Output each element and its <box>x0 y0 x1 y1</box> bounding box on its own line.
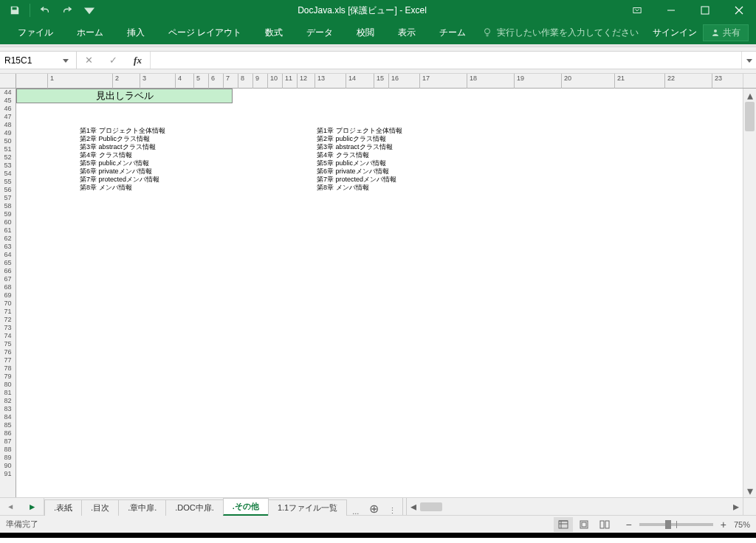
tab-review[interactable]: 校閲 <box>346 21 385 44</box>
sheet-tab[interactable]: 1.1ファイル一覧 <box>268 499 347 516</box>
row-header-cell[interactable]: 73 <box>0 324 16 332</box>
signin-link[interactable]: サインイン <box>653 27 697 39</box>
view-page-layout-icon[interactable] <box>574 517 594 532</box>
vertical-scrollbar[interactable] <box>743 102 756 484</box>
column-header-cell[interactable]: 3 <box>140 74 140 89</box>
row-header-cell[interactable]: 55 <box>0 178 16 186</box>
row-header-cell[interactable]: 57 <box>0 194 16 202</box>
row-header-cell[interactable]: 85 <box>0 421 16 429</box>
column-header-cell[interactable]: 14 <box>346 74 346 89</box>
minimize-icon[interactable] <box>654 0 688 21</box>
row-header-cell[interactable]: 50 <box>0 137 16 145</box>
row-header-cell[interactable]: 76 <box>0 348 16 356</box>
tell-me-search[interactable]: 実行したい作業を入力してください <box>482 27 639 39</box>
row-header-cell[interactable]: 87 <box>0 437 16 446</box>
redo-icon[interactable] <box>57 1 78 19</box>
row-header-cell[interactable]: 72 <box>0 316 16 324</box>
column-header-cell[interactable]: 18 <box>467 74 467 89</box>
row-header-cell[interactable]: 65 <box>0 259 16 267</box>
row-header-cell[interactable]: 74 <box>0 332 16 340</box>
row-header-cell[interactable]: 61 <box>0 226 16 235</box>
horizontal-scrollbar[interactable] <box>420 502 729 512</box>
view-page-break-icon[interactable] <box>595 517 614 532</box>
zoom-out-icon[interactable]: − <box>623 519 635 530</box>
row-header-cell[interactable]: 58 <box>0 202 16 210</box>
column-header-cell[interactable]: 12 <box>297 74 298 89</box>
row-header-cell[interactable]: 44 <box>0 89 16 97</box>
row-header-cell[interactable]: 47 <box>0 113 16 121</box>
row-header-cell[interactable]: 60 <box>0 218 16 226</box>
column-header-cell[interactable]: 22 <box>664 74 665 89</box>
row-header-cell[interactable]: 81 <box>0 389 16 397</box>
row-header-cell[interactable]: 90 <box>0 462 16 470</box>
view-normal-icon[interactable] <box>554 517 573 532</box>
column-header-cell[interactable]: 1 <box>47 74 48 89</box>
row-header-cell[interactable]: 64 <box>0 251 16 259</box>
scroll-down-icon[interactable]: ▾ <box>743 484 756 497</box>
qat-customize-icon[interactable] <box>79 1 100 19</box>
row-header-cell[interactable]: 70 <box>0 300 16 308</box>
share-button[interactable]: 共有 <box>703 24 749 41</box>
row-header-cell[interactable]: 54 <box>0 170 16 178</box>
toc-left-block[interactable]: 第1章 プロジェクト全体情報第2章 Publicクラス情報第3章 abstrac… <box>80 127 165 192</box>
zoom-slider[interactable] <box>639 523 713 526</box>
sheet-tab[interactable]: .DOC中扉. <box>165 499 224 516</box>
column-header-cell[interactable]: 2 <box>112 74 113 89</box>
row-header-cell[interactable]: 48 <box>0 121 16 129</box>
tab-team[interactable]: チーム <box>429 21 476 44</box>
row-header-cell[interactable]: 51 <box>0 145 16 153</box>
column-header[interactable]: 1234567891011121314151617181920212223 <box>16 74 743 88</box>
column-header-cell[interactable]: 16 <box>388 74 389 89</box>
column-header-cell[interactable]: 11 <box>282 74 283 89</box>
column-header-cell[interactable]: 6 <box>208 74 209 89</box>
tab-data[interactable]: データ <box>296 21 343 44</box>
formula-enter-icon[interactable]: ✓ <box>105 55 122 66</box>
row-header-cell[interactable]: 53 <box>0 162 16 170</box>
column-header-cell[interactable]: 10 <box>267 74 268 89</box>
tab-formulas[interactable]: 数式 <box>255 21 293 44</box>
sheet-nav-next-icon[interactable]: ► <box>28 502 37 512</box>
column-header-cell[interactable]: 17 <box>419 74 420 89</box>
formula-cancel-icon[interactable]: ✕ <box>80 55 97 66</box>
close-icon[interactable] <box>722 0 756 21</box>
select-all-corner[interactable] <box>0 74 16 88</box>
save-icon[interactable] <box>4 1 25 19</box>
row-header-cell[interactable]: 89 <box>0 454 16 462</box>
name-box[interactable]: R15C1 <box>0 52 77 69</box>
row-header-cell[interactable]: 56 <box>0 186 16 194</box>
row-header-cell[interactable]: 67 <box>0 275 16 283</box>
row-header-cell[interactable]: 83 <box>0 405 16 413</box>
sheet-tab[interactable]: .表紙 <box>44 499 82 516</box>
name-box-dropdown-icon[interactable] <box>60 58 72 63</box>
row-header-cell[interactable]: 77 <box>0 356 16 364</box>
vertical-scroll-thumb[interactable] <box>745 102 755 131</box>
tab-view[interactable]: 表示 <box>388 21 426 44</box>
sheet-tab[interactable]: .章中扉. <box>118 499 166 516</box>
new-sheet-icon[interactable]: ⊕ <box>365 502 382 516</box>
column-header-cell[interactable]: 20 <box>561 74 562 89</box>
maximize-icon[interactable] <box>688 0 722 21</box>
column-header-cell[interactable]: 23 <box>712 74 712 89</box>
column-header-cell[interactable]: 8 <box>238 74 238 89</box>
horizontal-scroll-thumb[interactable] <box>420 502 442 511</box>
sheet-tabs-more[interactable]: ... <box>346 507 365 516</box>
row-header[interactable]: 4445464748495051525354555657585960616263… <box>0 89 16 497</box>
zoom-in-icon[interactable]: + <box>718 519 729 530</box>
worksheet-grid[interactable]: 見出しラベル 第1章 プロジェクト全体情報第2章 Publicクラス情報第3章 … <box>16 89 743 497</box>
row-header-cell[interactable]: 80 <box>0 381 16 389</box>
row-header-cell[interactable]: 82 <box>0 397 16 405</box>
heading-label-cell[interactable]: 見出しラベル <box>16 89 233 103</box>
row-header-cell[interactable]: 46 <box>0 105 16 113</box>
sheet-nav-prev-icon[interactable]: ◄ <box>7 502 14 511</box>
row-header-cell[interactable]: 79 <box>0 373 16 381</box>
tab-page-layout[interactable]: ページ レイアウト <box>158 21 252 44</box>
row-header-cell[interactable]: 59 <box>0 210 16 218</box>
column-header-cell[interactable]: 15 <box>374 74 374 89</box>
row-header-cell[interactable]: 69 <box>0 291 16 300</box>
scroll-right-icon[interactable]: ▸ <box>729 499 743 513</box>
scroll-left-icon[interactable]: ◂ <box>407 499 420 513</box>
tab-file[interactable]: ファイル <box>7 21 63 44</box>
row-header-cell[interactable]: 75 <box>0 340 16 348</box>
row-header-cell[interactable]: 52 <box>0 153 16 162</box>
row-header-cell[interactable]: 68 <box>0 283 16 291</box>
